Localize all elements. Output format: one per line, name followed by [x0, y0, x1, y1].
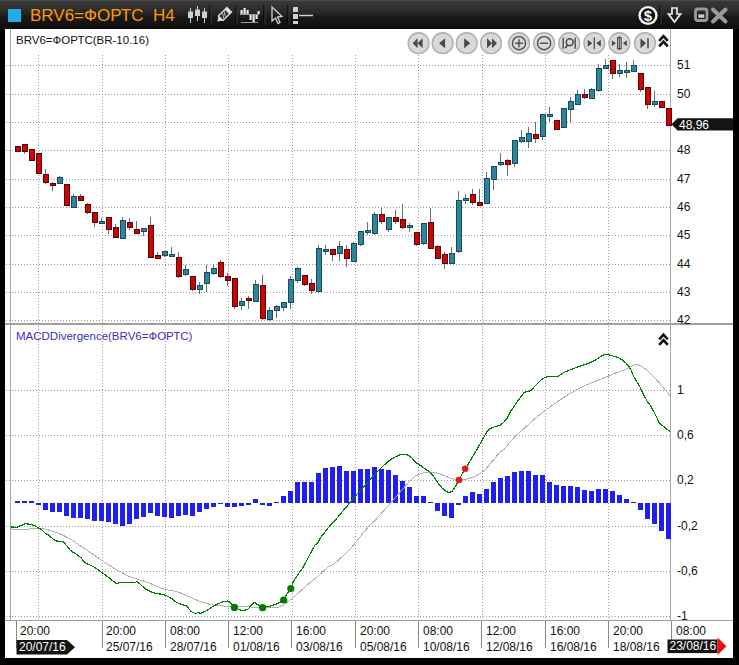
svg-text:-0,6: -0,6 — [677, 564, 698, 578]
svg-text:20:00: 20:00 — [20, 624, 50, 638]
svg-text:42: 42 — [677, 313, 691, 327]
svg-text:12:00: 12:00 — [486, 624, 516, 638]
svg-text:50: 50 — [677, 87, 691, 101]
svg-text:25/07/16: 25/07/16 — [106, 640, 153, 654]
svg-text:46: 46 — [677, 200, 691, 214]
svg-text:-0,2: -0,2 — [677, 519, 698, 533]
svg-text:51: 51 — [677, 58, 691, 72]
svg-text:12/08/16: 12/08/16 — [486, 640, 533, 654]
svg-text:48: 48 — [677, 143, 691, 157]
svg-text:01/08/16: 01/08/16 — [233, 640, 280, 654]
svg-text:28/07/16: 28/07/16 — [170, 640, 217, 654]
svg-text:20/07/16: 20/07/16 — [19, 640, 66, 654]
svg-text:20:00: 20:00 — [106, 624, 136, 638]
svg-text:16:00: 16:00 — [296, 624, 326, 638]
svg-text:23/08/16: 23/08/16 — [670, 639, 717, 653]
svg-text:44: 44 — [677, 257, 691, 271]
svg-text:20:00: 20:00 — [613, 624, 643, 638]
svg-text:48,96: 48,96 — [679, 118, 709, 132]
svg-text:45: 45 — [677, 228, 691, 242]
svg-text:03/08/16: 03/08/16 — [296, 640, 343, 654]
svg-text:08:00: 08:00 — [170, 624, 200, 638]
svg-text:18/08/16: 18/08/16 — [613, 640, 660, 654]
svg-text:10/08/16: 10/08/16 — [423, 640, 470, 654]
svg-text:12:00: 12:00 — [233, 624, 263, 638]
svg-text:0,2: 0,2 — [677, 473, 694, 487]
svg-text:1: 1 — [677, 383, 684, 397]
svg-text:08:00: 08:00 — [423, 624, 453, 638]
svg-text:05/08/16: 05/08/16 — [360, 640, 407, 654]
svg-text:0,6: 0,6 — [677, 428, 694, 442]
svg-text:43: 43 — [677, 285, 691, 299]
svg-text:MACDDivergence(BRV6=ФОРТС): MACDDivergence(BRV6=ФОРТС) — [16, 330, 193, 342]
svg-text:08:00: 08:00 — [676, 624, 706, 638]
svg-text:16:00: 16:00 — [550, 624, 580, 638]
svg-text:BRV6=ФОРТС(BR-10.16): BRV6=ФОРТС(BR-10.16) — [16, 34, 149, 46]
svg-text:20:00: 20:00 — [360, 624, 390, 638]
svg-text:16/08/16: 16/08/16 — [550, 640, 597, 654]
svg-text:$: $ — [644, 7, 653, 24]
svg-text:47: 47 — [677, 172, 691, 186]
svg-text:-1: -1 — [677, 609, 688, 623]
